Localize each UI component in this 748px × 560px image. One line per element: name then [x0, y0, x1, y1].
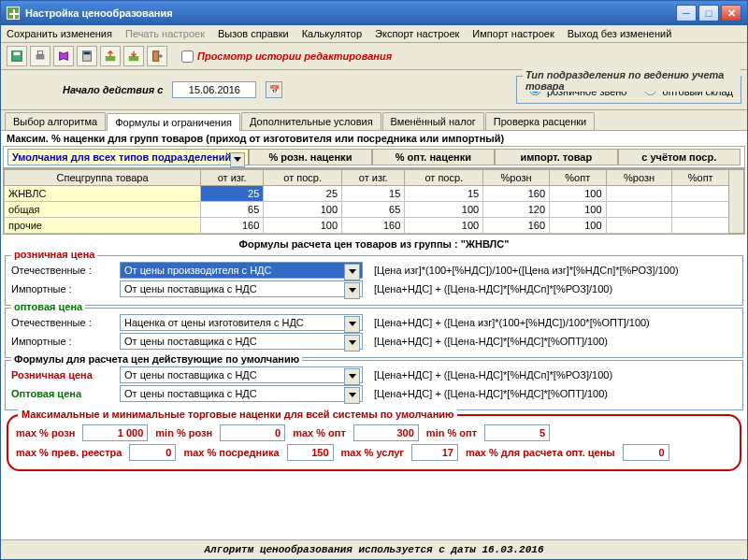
retail-price-fieldset: розничная цена Отечественные : От цены п…	[5, 255, 743, 306]
max-opt-label: max % опт	[293, 427, 346, 438]
menu-help[interactable]: Вызов справки	[218, 28, 289, 39]
tool-exit-icon[interactable]	[147, 46, 167, 66]
svg-rect-5	[84, 52, 91, 55]
menu-exit[interactable]: Выход без изменений	[568, 28, 672, 39]
menu-save[interactable]: Сохранить изменения	[7, 28, 112, 39]
date-label: Начало действия с	[63, 84, 163, 95]
minimize-button[interactable]: ─	[676, 5, 697, 22]
hdr-wholesale-markup: % опт. наценки	[372, 149, 495, 165]
hdr-with-intermed: с учётом поср.	[618, 149, 741, 165]
col-pct-opt-2[interactable]: %опт	[672, 170, 729, 186]
menu-calc[interactable]: Калькулятор	[302, 28, 362, 39]
dept-type-fieldset: Тип подразделения по ведению учета товар…	[516, 76, 741, 104]
retail-dom-formula: [Цена изг]*(100+[%НДС])/100+([Цена изг]*…	[368, 265, 679, 276]
svg-rect-2	[36, 54, 45, 59]
defaults-fieldset: Максимальные и минимальные торговые наце…	[7, 414, 741, 471]
titlebar: Настройка ценообразования ─ □ ✕	[1, 1, 747, 25]
svg-rect-3	[37, 51, 42, 55]
menu-import[interactable]: Импорт настроек	[472, 28, 554, 39]
col-from-mfr-1[interactable]: от изг.	[201, 170, 264, 186]
svg-rect-6	[106, 56, 116, 61]
wholesale-imp-combo[interactable]: От цены поставщика с НДС	[120, 333, 363, 350]
group-header: Максим. % наценки для групп товаров (при…	[1, 131, 747, 146]
wholesale-price-fieldset: оптовая цена Отечественные : Наценка от …	[5, 308, 743, 358]
history-checkbox-label[interactable]: Просмотр истории редактирования	[181, 50, 392, 63]
max-opt-field[interactable]: 300	[353, 424, 419, 441]
def-wholesale-label: Оптовая цена	[11, 388, 114, 399]
tool-book-icon[interactable]	[53, 46, 74, 66]
def-wholesale-combo[interactable]: От цены поставщика с НДС	[120, 385, 363, 402]
tab-tax[interactable]: Вменённый налог	[382, 112, 484, 130]
footer: Алгоритм ценообразования используется с …	[1, 539, 747, 559]
max-calc-field[interactable]: 0	[623, 444, 669, 461]
scrollbar[interactable]	[729, 170, 744, 234]
svg-rect-1	[14, 52, 21, 56]
tab-formulas[interactable]: Формулы и ограничения	[107, 113, 240, 131]
tabs: Выбор алгоритма Формулы и ограничения До…	[1, 110, 747, 131]
col-pct-rozn-2[interactable]: %розн	[606, 170, 672, 186]
svg-rect-8	[153, 51, 159, 62]
tab-conditions[interactable]: Дополнительные условия	[241, 112, 381, 130]
app-icon	[7, 7, 20, 20]
wholesale-imp-label: Импортные :	[11, 336, 114, 347]
defaults-combo[interactable]: Умолчания для всех типов подразделений	[7, 149, 249, 165]
retail-dom-combo[interactable]: От цены производителя с НДС	[120, 262, 363, 279]
wholesale-dom-formula: [Цена+НДС] + ([Цена изг]*(100+[%НДС])/10…	[368, 317, 650, 328]
col-specgroup[interactable]: Спецгруппа товара	[5, 170, 201, 186]
col-from-intermed-2[interactable]: от поср.	[405, 170, 483, 186]
menu-export[interactable]: Экспорт настроек	[375, 28, 459, 39]
max-uslug-label: max % услуг	[341, 447, 404, 458]
menu-print[interactable]: Печать настроек	[125, 28, 205, 39]
markup-table: Спецгруппа товара от изг. от поср. от из…	[3, 168, 745, 235]
hdr-retail-markup: % розн. наценки	[249, 149, 371, 165]
max-calc-label: max % для расчета опт. цены	[466, 447, 615, 458]
wholesale-dom-combo[interactable]: Наценка от цены изготовителя с НДС	[120, 314, 363, 331]
section-title: Формулы расчета цен товаров из группы : …	[1, 235, 747, 253]
maximize-button[interactable]: □	[698, 5, 719, 22]
wholesale-dom-label: Отечественные :	[11, 317, 114, 328]
def-wholesale-formula: [Цена+НДС] + ([Цена-НДС]*[%НДС]*[%ОПТ]/1…	[368, 388, 608, 399]
history-checkbox[interactable]	[181, 50, 194, 63]
close-button[interactable]: ✕	[721, 5, 741, 22]
max-rozn-label: max % розн	[16, 427, 75, 438]
col-from-intermed-1[interactable]: от поср.	[264, 170, 342, 186]
tool-print-icon[interactable]	[30, 46, 50, 66]
retail-imp-formula: [Цена+НДС] + ([Цена-НДС]*[%НДСп]*[%РОЗ]/…	[368, 283, 612, 294]
wholesale-imp-formula: [Цена+НДС] + ([Цена-НДС]*[%НДС]*[%ОПТ]/1…	[368, 336, 608, 347]
tab-algorithm[interactable]: Выбор алгоритма	[5, 112, 106, 130]
max-posr-field[interactable]: 150	[287, 444, 334, 461]
toolbar: Просмотр истории редактирования	[1, 43, 747, 70]
menubar: Сохранить изменения Печать настроек Вызо…	[1, 25, 747, 43]
tool-export-icon[interactable]	[100, 46, 121, 66]
max-reestr-label: max % прев. реестра	[16, 447, 122, 458]
table-row: ЖНВЛС 25 25 15 15 160 100	[5, 186, 744, 202]
def-retail-combo[interactable]: От цены поставщика с НДС	[120, 366, 363, 383]
def-retail-formula: [Цена+НДС] + ([Цена-НДС]*[%НДСп]*[%РОЗ]/…	[368, 369, 612, 381]
window-title: Настройка ценообразования	[25, 7, 676, 19]
tab-check[interactable]: Проверка расценки	[485, 112, 595, 130]
tool-calc-icon[interactable]	[77, 46, 97, 66]
col-from-mfr-2[interactable]: от изг.	[342, 170, 405, 186]
min-rozn-field[interactable]: 0	[220, 424, 285, 441]
date-field[interactable]: 15.06.2016	[172, 81, 256, 98]
col-pct-rozn-1[interactable]: %розн	[483, 170, 550, 186]
default-formulas-fieldset: Формулы для расчета цен действующие по у…	[5, 360, 743, 410]
tool-save-icon[interactable]	[7, 46, 27, 66]
retail-dom-label: Отечественные :	[11, 265, 114, 276]
hdr-import: импорт. товар	[495, 149, 617, 165]
def-retail-label: Розничная цена	[11, 369, 114, 381]
min-rozn-label: min % розн	[155, 427, 212, 438]
max-posr-label: max % посредника	[183, 447, 279, 458]
max-uslug-field[interactable]: 17	[411, 444, 458, 461]
min-opt-label: min % опт	[426, 427, 477, 438]
date-picker-button[interactable]: 📅	[266, 81, 282, 98]
col-pct-opt-1[interactable]: %опт	[550, 170, 607, 186]
retail-imp-combo[interactable]: От цены поставщика с НДС	[120, 280, 363, 297]
retail-imp-label: Импортные :	[11, 283, 114, 294]
tool-import-icon[interactable]	[123, 46, 144, 66]
max-reestr-field[interactable]: 0	[129, 444, 176, 461]
table-row: общая 6510065100120100	[5, 202, 744, 218]
min-opt-field[interactable]: 5	[484, 424, 550, 441]
max-rozn-field[interactable]: 1 000	[82, 424, 148, 441]
table-row: прочие 160100160100160100	[5, 218, 744, 234]
